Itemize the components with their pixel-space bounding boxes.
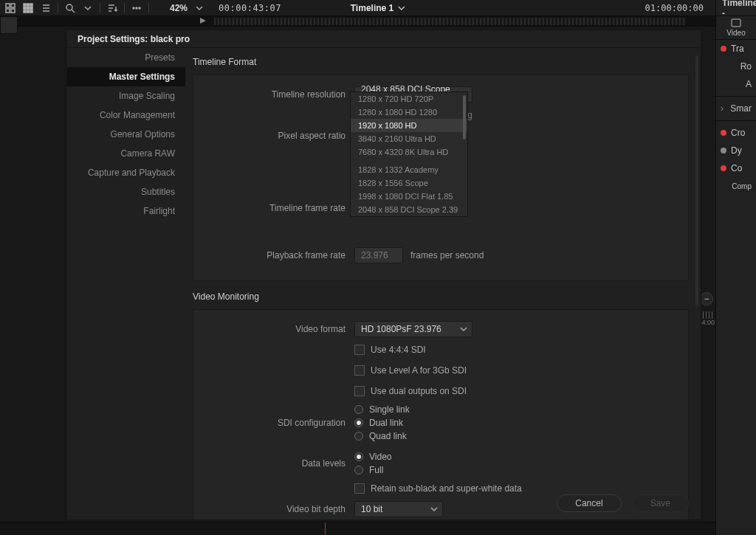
- grid-icon[interactable]: [22, 2, 34, 14]
- chevron-down-icon: [460, 325, 467, 333]
- svg-rect-11: [27, 10, 30, 13]
- scrollbar[interactable]: [695, 55, 698, 306]
- filmstrip: [214, 18, 687, 25]
- crop-row[interactable]: Cro: [716, 124, 756, 142]
- dropdown-item[interactable]: 7680 x 4320 8K Ultra HD: [351, 145, 467, 159]
- svg-rect-6: [30, 4, 32, 6]
- sidebar-item-general-options[interactable]: General Options: [67, 125, 185, 144]
- timecode: 00:00:43:07: [219, 3, 281, 13]
- search-icon[interactable]: [64, 2, 76, 14]
- svg-rect-10: [24, 10, 26, 13]
- svg-marker-27: [200, 18, 206, 24]
- transform-row[interactable]: Tra: [716, 40, 756, 58]
- svg-point-23: [139, 7, 140, 9]
- dialog-title: Project Settings: black pro: [67, 30, 701, 48]
- data-full-radio[interactable]: [354, 466, 363, 474]
- zoom-level[interactable]: 42%: [170, 3, 188, 13]
- dropdown-item[interactable]: 1920 x 1080 HD: [351, 119, 467, 132]
- svg-rect-7: [24, 7, 26, 9]
- chevron-down-icon[interactable]: [82, 2, 94, 14]
- sdi-single-radio[interactable]: [354, 405, 363, 414]
- dropdown-scrollbar[interactable]: [463, 95, 466, 139]
- more-icon[interactable]: [131, 2, 142, 14]
- play-icon[interactable]: [199, 17, 208, 26]
- dual-output-label: Use dual outputs on SDI: [371, 386, 467, 396]
- dropdown-item[interactable]: 1828 x 1332 Academy: [351, 163, 467, 176]
- svg-rect-0: [6, 4, 10, 7]
- section-timeline-format: Timeline Format: [193, 57, 689, 67]
- svg-line-17: [72, 10, 75, 13]
- svg-rect-2: [6, 9, 10, 13]
- playhead[interactable]: [325, 522, 326, 535]
- sidebar-item-image-scaling[interactable]: Image Scaling: [67, 86, 185, 106]
- bit-depth-label: Video bit depth: [207, 504, 354, 514]
- pixel-aspect-label: Pixel aspect ratio: [207, 131, 354, 141]
- svg-rect-1: [11, 4, 15, 7]
- svg-rect-28: [732, 19, 740, 27]
- video-format-select[interactable]: HD 1080PsF 23.976: [354, 321, 472, 337]
- retain-checkbox[interactable]: [354, 483, 365, 494]
- use-444-label: Use 4:4:4 SDI: [371, 345, 426, 355]
- cancel-button[interactable]: Cancel: [557, 494, 621, 512]
- anchor-label: A: [716, 75, 756, 93]
- zoom-out-icon[interactable]: −: [700, 292, 713, 306]
- timeline-frame-rate-label: Timeline frame rate: [207, 203, 354, 213]
- level-a-label: Use Level A for 3Gb SDI: [371, 365, 467, 376]
- timeline-tab[interactable]: Timeline -: [716, 0, 756, 16]
- playback-frame-rate-label: Playback frame rate: [207, 250, 354, 260]
- timeline-resolution-label: Timeline resolution: [207, 89, 354, 100]
- sdi-dual-radio[interactable]: [354, 418, 363, 427]
- sidebar-item-fairlight[interactable]: Fairlight: [67, 201, 185, 221]
- svg-rect-5: [27, 4, 30, 6]
- sdi-quad-radio[interactable]: [354, 432, 363, 441]
- use-444-checkbox[interactable]: [354, 345, 365, 355]
- level-a-checkbox[interactable]: [354, 365, 365, 376]
- svg-rect-3: [11, 9, 15, 13]
- chevron-down-icon[interactable]: [193, 2, 205, 14]
- smart-row[interactable]: › Smar: [716, 100, 756, 117]
- timeline-title[interactable]: Timeline 1: [351, 3, 405, 13]
- video-format-label: Video format: [207, 324, 354, 334]
- svg-point-21: [133, 7, 134, 9]
- save-button[interactable]: Save: [632, 494, 689, 512]
- svg-point-22: [136, 7, 137, 9]
- sidebar-item-presets[interactable]: Presets: [67, 48, 185, 67]
- fps-suffix: frames per second: [410, 250, 484, 260]
- resolution-dropdown[interactable]: 1280 x 720 HD 720P 1280 x 1080 HD 1280 1…: [350, 92, 468, 217]
- timeline-track-area[interactable]: [0, 522, 715, 535]
- chevron-down-icon: [430, 505, 438, 513]
- rotation-label: Ro: [716, 58, 756, 75]
- bit-depth-select[interactable]: 10 bit: [354, 501, 443, 517]
- sidebar-item-subtitles[interactable]: Subtitles: [67, 182, 185, 201]
- pool-icon[interactable]: [4, 2, 16, 14]
- playback-frame-rate-input[interactable]: 23.976: [354, 247, 403, 263]
- svg-rect-9: [30, 7, 32, 9]
- dropdown-item[interactable]: 1280 x 720 HD 720P: [351, 92, 467, 106]
- svg-rect-12: [30, 10, 32, 13]
- record-timecode: 01:00:00:00: [645, 3, 704, 13]
- sidebar-item-camera-raw[interactable]: Camera RAW: [67, 144, 185, 163]
- composite-mode-label: Comp: [716, 177, 756, 195]
- dual-output-checkbox[interactable]: [354, 386, 365, 396]
- svg-rect-4: [24, 4, 26, 6]
- dropdown-item[interactable]: 1280 x 1080 HD 1280: [351, 106, 467, 119]
- data-levels-label: Data levels: [207, 458, 354, 469]
- retain-label: Retain sub-black and super-white data: [371, 483, 522, 494]
- list-icon[interactable]: [40, 2, 52, 14]
- tab-video[interactable]: Video: [716, 16, 756, 40]
- svg-point-16: [66, 4, 72, 10]
- sidebar-item-capture-playback[interactable]: Capture and Playback: [67, 163, 185, 182]
- clip-thumbnail[interactable]: [0, 16, 18, 34]
- dropdown-item[interactable]: 1998 x 1080 DCI Flat 1.85: [351, 190, 467, 203]
- sidebar-item-master-settings[interactable]: Master Settings: [67, 67, 185, 86]
- sdi-config-label: SDI configuration: [207, 418, 354, 428]
- dynamic-zoom-row[interactable]: Dy: [716, 142, 756, 159]
- sidebar-item-color-management[interactable]: Color Management: [67, 106, 185, 125]
- section-video-monitoring: Video Monitoring: [193, 291, 689, 302]
- sort-icon[interactable]: [106, 2, 118, 14]
- data-video-radio[interactable]: [354, 452, 363, 461]
- dropdown-item[interactable]: 2048 x 858 DCI Scope 2.39: [351, 203, 467, 216]
- dropdown-item[interactable]: 3840 x 2160 Ultra HD: [351, 132, 467, 145]
- composite-row[interactable]: Co: [716, 159, 756, 177]
- dropdown-item[interactable]: 1828 x 1556 Scope: [351, 176, 467, 190]
